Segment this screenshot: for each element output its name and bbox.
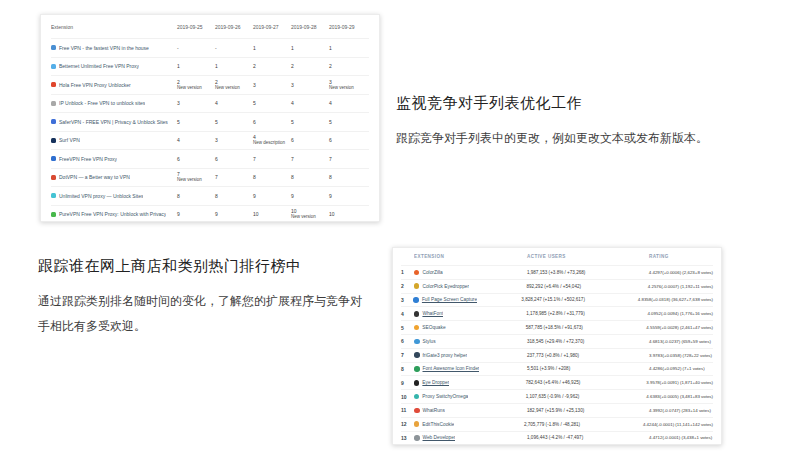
extension-link[interactable]: Surf VPN — [51, 137, 80, 143]
extension-link[interactable]: Unlimited VPN proxy — Unblock Sites — [51, 193, 143, 199]
table-row: 8Font Awesome Icon Finder5,501 (+3.9% / … — [401, 362, 713, 376]
extension-link[interactable]: Web Developer — [414, 435, 455, 441]
rank-cell: 1 — [291, 45, 329, 51]
rank-cell: 5 — [177, 119, 215, 125]
colorpick-eyedropper-icon — [414, 283, 420, 289]
rank-value: 9 — [329, 193, 332, 199]
extension-link[interactable]: WhatRuns — [414, 408, 445, 414]
rank-cell: 7 — [215, 174, 253, 180]
rank-cell: 7New version — [177, 171, 215, 183]
change-note: New version — [329, 85, 367, 91]
surf-vpn-icon — [51, 138, 56, 143]
table-row: 1ColorZilla1,987,153 (+3.8% / +73,268)4.… — [401, 265, 713, 279]
rating-value: 4.6383(+0.0005) (3,481+83 votes) — [646, 394, 713, 399]
extension-link[interactable]: Font Awesome Icon Finder — [414, 366, 479, 372]
extension-link[interactable]: Proxy SwitchyOmega — [414, 394, 468, 400]
extension-name: EditThisCookie — [422, 422, 454, 427]
rank-cell: 6 — [215, 156, 253, 162]
rank-value: 10 — [329, 211, 335, 217]
extension-name: Hola Free VPN Proxy Unblocker — [59, 82, 131, 88]
rank-number: 10 — [401, 394, 414, 400]
extension-link[interactable]: ColorPick Eyedropper — [414, 283, 469, 289]
extension-link[interactable]: friGate3 proxy helper — [414, 352, 467, 358]
extension-link[interactable]: SaferVPN - FREE VPN | Privacy & Unblock … — [51, 119, 168, 125]
table-row: Free VPN - the fastest VPN in the house-… — [51, 38, 369, 57]
extension-name: SaferVPN - FREE VPN | Privacy & Unblock … — [59, 119, 168, 125]
rank-value: 2 — [291, 63, 294, 69]
rank-value: 3 — [215, 137, 218, 143]
rank-value: 6 — [291, 137, 294, 143]
rank-cell: 3 — [177, 100, 215, 106]
table-row: Hola Free VPN Proxy Unblocker2New versio… — [51, 75, 369, 94]
column-header-date: 2019-09-29 — [329, 24, 367, 30]
rank-cell: 9 — [253, 193, 291, 199]
rank-cell: 1 — [329, 45, 367, 51]
rank-value: 7 — [291, 156, 294, 162]
stylus-icon — [414, 339, 420, 345]
extension-link[interactable]: Betternet Unlimited Free VPN Proxy — [51, 63, 139, 69]
rank-value: 3 — [291, 82, 294, 88]
column-header-extension: EXTENSION — [414, 254, 527, 259]
rank-value: 6 — [253, 119, 256, 125]
rank-cell: 8 — [329, 174, 367, 180]
rank-cell: 6 — [177, 156, 215, 162]
rank-value: 5 — [291, 119, 294, 125]
rank-value: 4 — [291, 100, 294, 106]
rank-value: 1 — [177, 63, 180, 69]
change-note: New version — [291, 214, 329, 220]
rank-cell: 10New version — [291, 208, 329, 220]
whatruns-icon — [414, 408, 420, 414]
dotvpn-icon — [51, 175, 56, 180]
extension-link[interactable]: WhatFont — [414, 311, 443, 317]
extension-link[interactable]: PureVPN Free VPN Proxy: Unblock with Pri… — [51, 211, 166, 217]
table-row: 9Eye Dropper782,643 (+6.4% / +46,925)3.9… — [401, 375, 713, 389]
change-note: New description — [253, 140, 291, 146]
table-row: 7friGate3 proxy helper237,773 (+0.8% / +… — [401, 348, 713, 362]
table-row: FreeVPN Free VPN Proxy66777 — [51, 149, 369, 168]
extension-name: Proxy SwitchyOmega — [422, 394, 468, 399]
rating-value: 4.4244(-0.0001) (11,141+142 votes) — [643, 422, 713, 427]
extension-link[interactable]: DotVPN — a Better way to VPN — [51, 174, 130, 180]
rank-cell: 7 — [329, 156, 367, 162]
rank-cell: 7 — [291, 156, 329, 162]
extension-link[interactable]: Hola Free VPN Proxy Unblocker — [51, 82, 131, 88]
rank-number: 7 — [401, 352, 414, 358]
rank-cell: 5 — [329, 119, 367, 125]
table-row: 12EditThisCookie2,705,779 (-1.8% / -48,2… — [401, 417, 713, 431]
rank-value: 5 — [215, 119, 218, 125]
extension-link[interactable]: IP Unblock - Free VPN to unblock sites — [51, 100, 145, 106]
table-row: 6Stylus318,545 (+29.4% / +72,370)4.6813(… — [401, 334, 713, 348]
rank-value: 2 — [329, 63, 332, 69]
rank-cell: 8 — [253, 174, 291, 180]
rank-value: 3 — [177, 100, 180, 106]
free-vpn-icon — [51, 45, 56, 50]
column-header-extension: Extension — [51, 24, 177, 30]
extension-link[interactable]: Eye Dropper — [414, 380, 449, 386]
extension-name: ColorPick Eyedropper — [422, 284, 469, 289]
extension-link[interactable]: ColorZilla — [414, 270, 443, 276]
extension-name: Stylus — [423, 339, 436, 344]
extension-link[interactable]: EditThisCookie — [414, 421, 455, 427]
column-header-date: 2019-09-26 — [215, 24, 253, 30]
rank-value: 3 — [253, 82, 256, 88]
rating-value: 4.4297(+0.0006) (2,623+8 votes) — [649, 270, 713, 275]
rank-number: 8 — [401, 366, 414, 372]
rank-number: 6 — [401, 338, 414, 344]
rank-value: 7 — [253, 156, 256, 162]
extension-link[interactable]: SEOquake — [414, 325, 446, 331]
active-users-value: 2,705,779 (-1.8% / -48,281) — [524, 422, 643, 427]
rank-cell: 10 — [329, 211, 367, 217]
rank-value: 5 — [253, 100, 256, 106]
extension-link[interactable]: Full Page Screen Capture — [413, 297, 477, 303]
rank-number: 5 — [401, 325, 414, 331]
extension-link[interactable]: Stylus — [414, 339, 436, 345]
rank-cell: 8 — [215, 193, 253, 199]
extension-name: WhatFont — [422, 311, 443, 316]
popularity-section-body: 通过跟踪类别排名随时间的变化，了解您的扩展程序与竞争对手相比有多受欢迎。 — [38, 289, 372, 339]
extension-link[interactable]: Free VPN - the fastest VPN in the house — [51, 45, 149, 51]
rank-cell: 6 — [253, 119, 291, 125]
table-row: 5SEOquake587,785 (+18.5% / +91,673)4.555… — [401, 320, 713, 334]
rank-cell: 3New version — [329, 79, 367, 91]
rank-table-header: Extension2019-09-252019-09-262019-09-272… — [51, 15, 369, 38]
extension-link[interactable]: FreeVPN Free VPN Proxy — [51, 156, 117, 162]
